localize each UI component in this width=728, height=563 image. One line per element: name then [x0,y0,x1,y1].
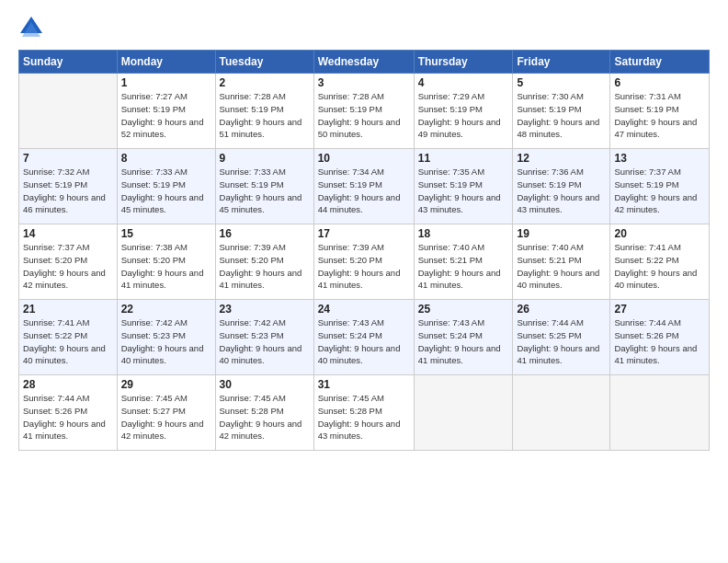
day-info: Sunrise: 7:45 AMSunset: 5:27 PMDaylight:… [121,392,211,442]
day-header-monday: Monday [117,51,215,74]
calendar-cell: 23Sunrise: 7:42 AMSunset: 5:23 PMDayligh… [215,300,313,375]
day-number: 30 [220,378,310,391]
calendar-cell: 19Sunrise: 7:40 AMSunset: 5:21 PMDayligh… [513,224,610,300]
calendar-cell: 4Sunrise: 7:29 AMSunset: 5:19 PMDaylight… [414,74,513,149]
day-info: Sunrise: 7:39 AMSunset: 5:20 PMDaylight:… [220,241,310,292]
day-info: Sunrise: 7:31 AMSunset: 5:19 PMDaylight:… [614,90,705,141]
day-info: Sunrise: 7:28 AMSunset: 5:19 PMDaylight:… [220,90,310,141]
day-number: 8 [121,152,211,165]
day-info: Sunrise: 7:41 AMSunset: 5:22 PMDaylight:… [614,241,705,292]
day-number: 27 [614,303,705,316]
day-info: Sunrise: 7:37 AMSunset: 5:20 PMDaylight:… [23,241,113,292]
calendar-cell: 16Sunrise: 7:39 AMSunset: 5:20 PMDayligh… [215,224,313,300]
calendar-week-row: 1Sunrise: 7:27 AMSunset: 5:19 PMDaylight… [19,74,710,149]
day-number: 5 [517,76,606,89]
day-header-thursday: Thursday [414,51,513,74]
day-number: 23 [220,303,310,316]
day-number: 11 [418,152,509,165]
calendar-cell: 25Sunrise: 7:43 AMSunset: 5:24 PMDayligh… [414,300,513,375]
day-info: Sunrise: 7:27 AMSunset: 5:19 PMDaylight:… [121,90,211,141]
day-info: Sunrise: 7:33 AMSunset: 5:19 PMDaylight:… [121,166,211,216]
day-number: 21 [23,303,113,316]
calendar-cell: 1Sunrise: 7:27 AMSunset: 5:19 PMDaylight… [117,74,215,149]
day-number: 15 [121,227,211,240]
day-number: 19 [517,227,606,240]
day-number: 18 [418,227,509,240]
calendar-cell: 24Sunrise: 7:43 AMSunset: 5:24 PMDayligh… [313,300,414,375]
day-info: Sunrise: 7:43 AMSunset: 5:24 PMDaylight:… [318,316,410,367]
calendar-cell: 9Sunrise: 7:33 AMSunset: 5:19 PMDaylight… [215,149,313,224]
calendar-table: SundayMondayTuesdayWednesdayThursdayFrid… [18,50,710,451]
day-number: 14 [23,227,113,240]
calendar-cell: 6Sunrise: 7:31 AMSunset: 5:19 PMDaylight… [610,74,710,149]
day-info: Sunrise: 7:37 AMSunset: 5:19 PMDaylight:… [614,166,705,216]
day-number: 31 [318,378,410,391]
day-number: 10 [318,152,410,165]
day-info: Sunrise: 7:30 AMSunset: 5:19 PMDaylight:… [517,90,606,141]
calendar-cell [513,375,610,451]
calendar-cell: 8Sunrise: 7:33 AMSunset: 5:19 PMDaylight… [117,149,215,224]
day-number: 4 [418,76,509,89]
calendar-cell: 13Sunrise: 7:37 AMSunset: 5:19 PMDayligh… [610,149,710,224]
calendar-cell [414,375,513,451]
calendar-cell: 11Sunrise: 7:35 AMSunset: 5:19 PMDayligh… [414,149,513,224]
day-info: Sunrise: 7:44 AMSunset: 5:26 PMDaylight:… [614,316,705,367]
day-number: 6 [614,76,705,89]
calendar-cell: 29Sunrise: 7:45 AMSunset: 5:27 PMDayligh… [117,375,215,451]
day-number: 17 [318,227,410,240]
day-info: Sunrise: 7:40 AMSunset: 5:21 PMDaylight:… [517,241,606,292]
calendar-cell: 5Sunrise: 7:30 AMSunset: 5:19 PMDaylight… [513,74,610,149]
day-number: 13 [614,152,705,165]
calendar-cell: 17Sunrise: 7:39 AMSunset: 5:20 PMDayligh… [313,224,414,300]
day-info: Sunrise: 7:38 AMSunset: 5:20 PMDaylight:… [121,241,211,292]
calendar-cell: 26Sunrise: 7:44 AMSunset: 5:25 PMDayligh… [513,300,610,375]
day-number: 29 [121,378,211,391]
calendar-cell: 30Sunrise: 7:45 AMSunset: 5:28 PMDayligh… [215,375,313,451]
day-info: Sunrise: 7:34 AMSunset: 5:19 PMDaylight:… [318,166,410,216]
day-info: Sunrise: 7:45 AMSunset: 5:28 PMDaylight:… [220,392,310,442]
calendar-cell [610,375,710,451]
calendar-week-row: 7Sunrise: 7:32 AMSunset: 5:19 PMDaylight… [19,149,710,224]
logo [18,15,48,40]
day-header-saturday: Saturday [610,51,710,74]
day-header-friday: Friday [513,51,610,74]
calendar-week-row: 28Sunrise: 7:44 AMSunset: 5:26 PMDayligh… [19,375,710,451]
day-number: 16 [220,227,310,240]
day-header-wednesday: Wednesday [313,51,414,74]
day-info: Sunrise: 7:41 AMSunset: 5:22 PMDaylight:… [23,316,113,367]
day-number: 3 [318,76,410,89]
day-number: 26 [517,303,606,316]
day-info: Sunrise: 7:39 AMSunset: 5:20 PMDaylight:… [318,241,410,292]
calendar-cell: 14Sunrise: 7:37 AMSunset: 5:20 PMDayligh… [19,224,118,300]
calendar-cell: 31Sunrise: 7:45 AMSunset: 5:28 PMDayligh… [313,375,414,451]
day-info: Sunrise: 7:44 AMSunset: 5:26 PMDaylight:… [23,392,113,442]
day-info: Sunrise: 7:29 AMSunset: 5:19 PMDaylight:… [418,90,509,141]
day-header-tuesday: Tuesday [215,51,313,74]
calendar-cell: 22Sunrise: 7:42 AMSunset: 5:23 PMDayligh… [117,300,215,375]
day-info: Sunrise: 7:45 AMSunset: 5:28 PMDaylight:… [318,392,410,442]
day-number: 22 [121,303,211,316]
calendar-cell: 27Sunrise: 7:44 AMSunset: 5:26 PMDayligh… [610,300,710,375]
day-info: Sunrise: 7:33 AMSunset: 5:19 PMDaylight:… [220,166,310,216]
calendar-cell: 3Sunrise: 7:28 AMSunset: 5:19 PMDaylight… [313,74,414,149]
calendar-week-row: 14Sunrise: 7:37 AMSunset: 5:20 PMDayligh… [19,224,710,300]
page: SundayMondayTuesdayWednesdayThursdayFrid… [0,0,728,563]
day-header-sunday: Sunday [19,51,118,74]
day-number: 1 [121,76,211,89]
calendar-cell [19,74,118,149]
calendar-cell: 12Sunrise: 7:36 AMSunset: 5:19 PMDayligh… [513,149,610,224]
calendar-week-row: 21Sunrise: 7:41 AMSunset: 5:22 PMDayligh… [19,300,710,375]
day-number: 28 [23,378,113,391]
calendar-cell: 20Sunrise: 7:41 AMSunset: 5:22 PMDayligh… [610,224,710,300]
day-info: Sunrise: 7:43 AMSunset: 5:24 PMDaylight:… [418,316,509,367]
day-info: Sunrise: 7:28 AMSunset: 5:19 PMDaylight:… [318,90,410,141]
day-info: Sunrise: 7:36 AMSunset: 5:19 PMDaylight:… [517,166,606,216]
day-info: Sunrise: 7:32 AMSunset: 5:19 PMDaylight:… [23,166,113,216]
day-number: 12 [517,152,606,165]
day-number: 2 [220,76,310,89]
day-number: 25 [418,303,509,316]
day-info: Sunrise: 7:42 AMSunset: 5:23 PMDaylight:… [220,316,310,367]
calendar-header-row: SundayMondayTuesdayWednesdayThursdayFrid… [19,51,710,74]
day-info: Sunrise: 7:35 AMSunset: 5:19 PMDaylight:… [418,166,509,216]
day-number: 20 [614,227,705,240]
